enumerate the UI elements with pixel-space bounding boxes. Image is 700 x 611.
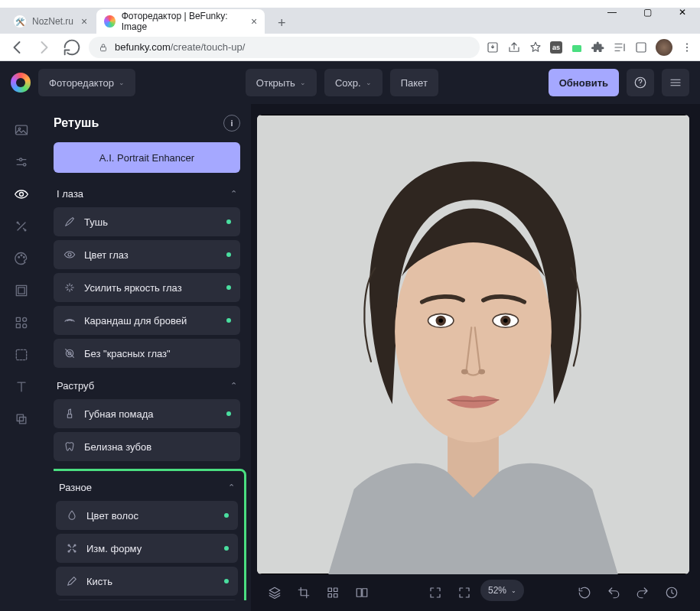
drop-icon <box>65 509 79 522</box>
tool-item[interactable]: Губная помада <box>54 399 240 428</box>
section-title: I лаза <box>57 188 83 200</box>
close-icon[interactable]: × <box>251 15 257 28</box>
tool-item[interactable]: Цвет волос <box>56 501 238 530</box>
befunky-logo[interactable] <box>11 73 31 93</box>
ext-icon[interactable] <box>570 41 584 54</box>
help-button[interactable] <box>627 69 654 96</box>
maximize-button[interactable]: ▢ <box>630 0 665 24</box>
svg-point-11 <box>24 164 26 166</box>
open-dropdown[interactable]: Открыть⌄ <box>246 69 317 96</box>
svg-rect-51 <box>357 589 361 597</box>
share-icon[interactable] <box>507 41 521 54</box>
svg-point-17 <box>24 257 25 258</box>
svg-point-27 <box>68 253 71 256</box>
browser-tab[interactable]: Фоторедактор | BeFunky: Image × <box>96 9 265 34</box>
premium-dot <box>226 285 231 290</box>
install-icon[interactable] <box>486 41 500 54</box>
brush-icon <box>63 216 77 228</box>
tool-item[interactable]: Усилить яркость глаз <box>54 273 240 302</box>
tool-item[interactable]: Кисть <box>56 567 238 596</box>
section-title: Разное <box>59 482 92 493</box>
forward-button[interactable] <box>34 37 55 58</box>
tool-item[interactable]: Тушь <box>54 207 240 236</box>
rail-artsy-icon[interactable] <box>6 243 37 274</box>
batch-button[interactable]: Пакет <box>390 69 438 96</box>
menu-icon[interactable] <box>680 41 694 54</box>
sparkle-icon <box>63 281 77 294</box>
revert-button[interactable] <box>571 580 597 606</box>
rail-touchup-icon[interactable] <box>6 179 37 210</box>
premium-dot <box>224 513 229 518</box>
address-bar: befunky.com/create/touch-up/ as <box>0 34 700 61</box>
tool-label: Карандаш для бровей <box>84 315 187 327</box>
section: Разное⌃Цвет волосИзм. формуКистьКорректи… <box>54 469 246 600</box>
rail-graphics-icon[interactable] <box>6 307 37 338</box>
reload-button[interactable] <box>61 37 83 58</box>
tool-item[interactable]: Без "красных глаз" <box>54 339 240 368</box>
svg-rect-50 <box>334 594 338 598</box>
tool-item[interactable]: Корректировка фигуры <box>56 600 238 600</box>
svg-rect-25 <box>17 414 23 421</box>
canvas[interactable] <box>257 115 689 574</box>
redeye-icon <box>63 347 77 359</box>
profile-avatar[interactable] <box>656 39 672 56</box>
zoom-level[interactable]: 52%⌄ <box>480 580 524 601</box>
rail-text-icon[interactable] <box>6 372 37 402</box>
side-panel: Ретушь i A.I. Portrait Enhancer I лаза⌃Т… <box>43 104 251 611</box>
svg-rect-20 <box>16 317 20 321</box>
svg-point-15 <box>18 257 20 258</box>
new-tab-button[interactable]: + <box>271 12 292 34</box>
app-header: Фоторедактор⌄ Открыть⌄ Сохр.⌄ Пакет Обно… <box>0 61 700 104</box>
ext-icon[interactable]: as <box>550 41 562 54</box>
ai-portrait-button[interactable]: A.I. Portrait Enhancer <box>54 142 240 173</box>
downloads-icon[interactable] <box>634 41 648 54</box>
tool-item[interactable]: Цвет глаз <box>54 240 240 269</box>
close-window-button[interactable]: ✕ <box>665 0 700 24</box>
svg-rect-2 <box>572 45 581 52</box>
info-button[interactable]: i <box>223 115 240 132</box>
rail-adjust-icon[interactable] <box>6 147 37 177</box>
editor-dropdown[interactable]: Фоторедактор⌄ <box>38 69 135 96</box>
minimize-button[interactable]: — <box>594 0 630 24</box>
favicon-icon <box>104 15 116 28</box>
save-dropdown[interactable]: Сохр.⌄ <box>324 69 383 96</box>
browser-tab[interactable]: 🛠️ NozNet.ru × <box>6 9 95 34</box>
fit-button[interactable] <box>451 580 477 606</box>
history-button[interactable] <box>659 580 685 606</box>
section-header[interactable]: I лаза⌃ <box>54 184 240 207</box>
fullscreen-button[interactable] <box>422 580 448 606</box>
tool-label: Цвет глаз <box>84 249 129 261</box>
tooth-icon <box>63 440 77 453</box>
rail-overlays-icon[interactable] <box>6 340 37 370</box>
redo-button[interactable] <box>630 580 656 606</box>
compare-button[interactable] <box>349 580 375 606</box>
close-icon[interactable]: × <box>81 15 87 28</box>
chevron-down-icon: ⌄ <box>300 79 306 86</box>
tool-item[interactable]: Белизна зубов <box>54 432 240 461</box>
section: I лаза⌃ТушьЦвет глазУсилить яркость глаз… <box>54 184 240 368</box>
portrait-photo <box>257 115 689 574</box>
back-button[interactable] <box>6 37 28 58</box>
rail-image-icon[interactable] <box>6 115 37 145</box>
undo-button[interactable] <box>601 580 627 606</box>
url-field[interactable]: befunky.com/create/touch-up/ <box>89 37 480 58</box>
star-icon[interactable] <box>529 41 542 54</box>
tool-label: Кисть <box>86 576 112 587</box>
extensions-icon[interactable] <box>591 41 605 54</box>
tool-item[interactable]: Изм. форму <box>56 534 238 563</box>
reading-list-icon[interactable] <box>613 41 627 54</box>
tool-item[interactable]: Карандаш для бровей <box>54 306 240 335</box>
grid-button[interactable] <box>320 580 346 606</box>
section-header[interactable]: Раструб⌃ <box>54 375 240 399</box>
layers-button[interactable] <box>262 580 288 606</box>
rail-textures-icon[interactable] <box>6 404 37 434</box>
hamburger-button[interactable] <box>662 69 689 96</box>
upgrade-button[interactable]: Обновить <box>549 69 619 96</box>
crop-button[interactable] <box>291 580 317 606</box>
rail-effects-icon[interactable] <box>6 211 37 242</box>
rail-frames-icon[interactable] <box>6 275 37 306</box>
tab-title: NozNet.ru <box>32 16 73 27</box>
favicon-icon: 🛠️ <box>14 15 26 28</box>
section-header[interactable]: Разное⌃ <box>56 477 238 501</box>
premium-dot <box>226 318 231 323</box>
